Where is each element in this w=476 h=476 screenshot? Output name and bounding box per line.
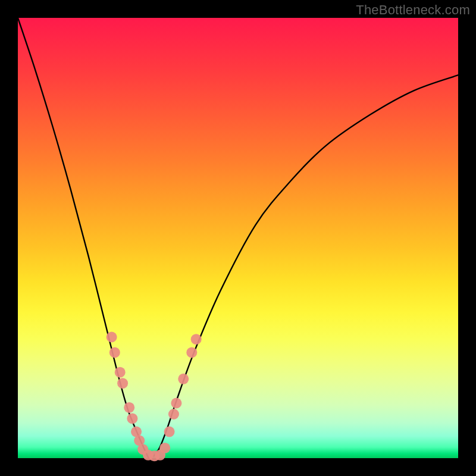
curve-marker: [127, 413, 137, 424]
curve-markers: [107, 332, 202, 462]
curve-marker: [159, 443, 170, 453]
bottleneck-curve-path: [18, 18, 458, 458]
curve-marker: [109, 347, 120, 358]
curve-marker: [164, 427, 175, 437]
curve-marker: [186, 347, 197, 358]
curve-marker: [115, 367, 126, 378]
bottleneck-curve: [18, 18, 458, 458]
curve-marker: [117, 378, 128, 389]
curve-marker: [178, 374, 189, 384]
curve-marker: [171, 398, 181, 409]
curve-layer: [18, 18, 458, 458]
curve-marker: [124, 402, 134, 413]
watermark-text: TheBottleneck.com: [356, 2, 470, 18]
chart-frame: TheBottleneck.com: [0, 0, 476, 476]
curve-marker: [191, 334, 202, 345]
curve-marker: [168, 409, 179, 419]
plot-area: [18, 18, 458, 458]
curve-marker: [107, 332, 117, 343]
